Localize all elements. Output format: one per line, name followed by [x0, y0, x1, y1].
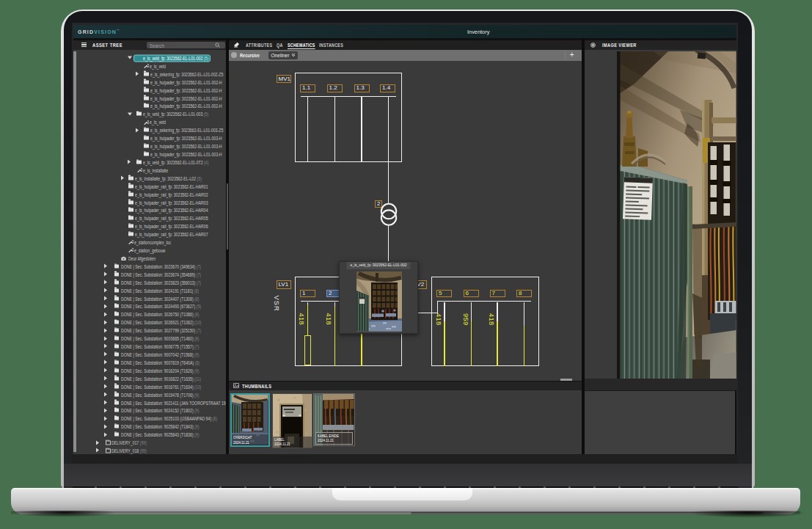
- svg-text:418: 418: [325, 313, 332, 324]
- svg-text:418: 418: [488, 313, 495, 325]
- svg-text:418: 418: [298, 313, 305, 324]
- svg-text:959: 959: [461, 313, 469, 325]
- svg-text:VSR: VSR: [273, 295, 280, 311]
- svg-text:418: 418: [435, 313, 442, 325]
